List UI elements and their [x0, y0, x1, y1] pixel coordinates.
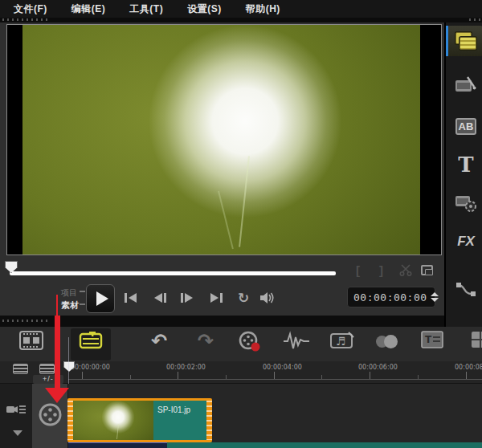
track-buttons-column — [0, 384, 32, 448]
record-capture-icon — [238, 331, 262, 353]
ruler-label: 00:00:08:00 — [455, 364, 482, 371]
storyboard-view-button[interactable] — [19, 331, 43, 350]
ruler-baseline — [68, 379, 482, 380]
record-capture-button[interactable] — [238, 331, 262, 353]
grid-icon — [471, 331, 482, 348]
graphics-icon — [455, 193, 477, 213]
clip-thumbnail — [73, 401, 153, 440]
overlay-track-partial-2[interactable] — [167, 442, 482, 448]
circle-icon — [384, 335, 398, 348]
path-icon — [455, 281, 476, 299]
ruler-label: 00:00:04:00 — [263, 364, 302, 371]
menu-tools[interactable]: 工具(T) — [129, 2, 163, 16]
auto-music-button[interactable]: ♬ — [329, 331, 355, 352]
home-button[interactable] — [120, 289, 141, 307]
title-button[interactable]: T — [451, 151, 481, 178]
menu-edit[interactable]: 编辑(E) — [71, 2, 106, 16]
subtitle-options-button[interactable]: T — [421, 331, 443, 348]
ruler-label: 00:00:06:00 — [358, 364, 398, 371]
filter-button[interactable]: FX — [451, 228, 481, 255]
annotation-arrow-head — [45, 388, 69, 403]
sound-mixer-icon — [283, 331, 310, 352]
play-button[interactable] — [86, 284, 115, 313]
media-icon — [455, 32, 476, 50]
mark-out-button[interactable]: ] — [379, 263, 383, 277]
ripple-edit-icon[interactable] — [6, 403, 27, 417]
spinner-up-icon[interactable] — [431, 292, 439, 296]
track-area: SP-I01.jp — [0, 384, 482, 448]
video-track[interactable]: SP-I01.jp — [68, 384, 482, 448]
ruler-label: 00:00:00:00 — [71, 364, 110, 371]
prev-frame-button[interactable] — [149, 289, 170, 307]
ruler-tick — [178, 372, 178, 379]
step-sidebar: AB T FX — [444, 22, 482, 327]
project-mode-toggle[interactable]: 项目 — [61, 287, 77, 299]
sound-mixer-button[interactable] — [283, 331, 310, 352]
auto-music-icon: ♬ — [329, 331, 355, 352]
overlay-track-partial[interactable] — [68, 442, 167, 448]
repeat-button[interactable]: ↻ — [233, 289, 254, 307]
menu-bar: 文件(F) 编辑(E) 工具(T) 设置(S) 帮助(H) — [0, 0, 482, 18]
painting-creator-button[interactable] — [376, 335, 400, 349]
app-window: 文件(F) 编辑(E) 工具(T) 设置(S) 帮助(H) [ ] 项目 — [0, 0, 482, 448]
play-icon — [96, 291, 108, 306]
timeline-ruler[interactable]: 00:00:00:00 00:00:02:00 00:00:04:00 00:0… — [0, 361, 482, 384]
preview-video-frame — [22, 25, 420, 255]
ruler-tick — [370, 372, 370, 379]
menu-settings[interactable]: 设置(S) — [187, 2, 222, 16]
graphics-button[interactable] — [451, 189, 481, 217]
redo-button[interactable]: ↷ — [198, 330, 214, 352]
timeline-panel: ↶ ↷ ♬ — [0, 327, 482, 448]
mode-connector — [80, 303, 85, 305]
timecode-spinner[interactable] — [431, 292, 439, 302]
mark-in-button[interactable]: [ — [356, 263, 360, 277]
enlarge-preview-icon[interactable] — [421, 265, 433, 275]
ruler-tick — [82, 372, 83, 379]
clip-filename: SP-I01.jp — [157, 405, 190, 414]
volume-button[interactable] — [257, 289, 278, 307]
annotation-arrow-shaft — [55, 316, 60, 389]
timeline-icon — [79, 331, 103, 350]
svg-text:T: T — [425, 334, 432, 345]
cut-clip-icon[interactable] — [399, 264, 412, 276]
timecode-value: 00:00:00:00 — [348, 291, 427, 303]
trim-handle-right[interactable] — [206, 401, 212, 440]
menu-file[interactable]: 文件(F) — [14, 2, 47, 16]
grip-dots-left — [2, 18, 49, 21]
transition-ab-icon: AB — [455, 118, 477, 135]
instant-project-button[interactable] — [451, 72, 481, 100]
grip-dots-right — [469, 18, 480, 21]
instant-project-icon — [455, 75, 477, 96]
storyboard-icon — [19, 331, 43, 350]
end-button[interactable] — [206, 289, 227, 307]
trim-handle-left[interactable] — [67, 401, 73, 440]
selected-indicator — [446, 26, 448, 56]
track-options-button[interactable] — [471, 331, 482, 348]
svg-text:♬: ♬ — [336, 335, 346, 348]
timeline-view-button[interactable] — [79, 331, 103, 350]
next-frame-button[interactable] — [177, 289, 198, 307]
mode-connector — [80, 291, 85, 292]
ruler-label: 00:00:02:00 — [166, 364, 206, 371]
seek-bar[interactable] — [10, 271, 336, 275]
clip-mode-indicator — [56, 295, 58, 316]
title-t-icon: T — [458, 153, 473, 177]
path-button[interactable] — [451, 276, 481, 303]
track-manager-icon[interactable] — [13, 364, 28, 374]
undo-button[interactable]: ↶ — [151, 330, 167, 352]
clip-mode-toggle[interactable]: 素材 — [61, 299, 79, 312]
video-track-reel-icon[interactable] — [39, 403, 62, 426]
media-library-button[interactable] — [451, 27, 481, 55]
subtitle-icon: T — [421, 331, 443, 348]
ruler-tick — [274, 372, 275, 379]
chevron-down-icon[interactable] — [13, 430, 22, 436]
timecode-display[interactable]: 00:00:00:00 — [347, 287, 435, 307]
timeline-clip[interactable]: SP-I01.jp — [67, 398, 212, 442]
menu-help[interactable]: 帮助(H) — [246, 2, 280, 16]
panel-splitter[interactable] — [0, 316, 444, 327]
show-tracks-icon[interactable] — [39, 364, 55, 374]
preview-window — [6, 24, 442, 255]
transition-button[interactable]: AB — [451, 112, 481, 140]
spinner-down-icon[interactable] — [431, 298, 439, 302]
clip-label: SP-I01.jp — [153, 401, 206, 440]
